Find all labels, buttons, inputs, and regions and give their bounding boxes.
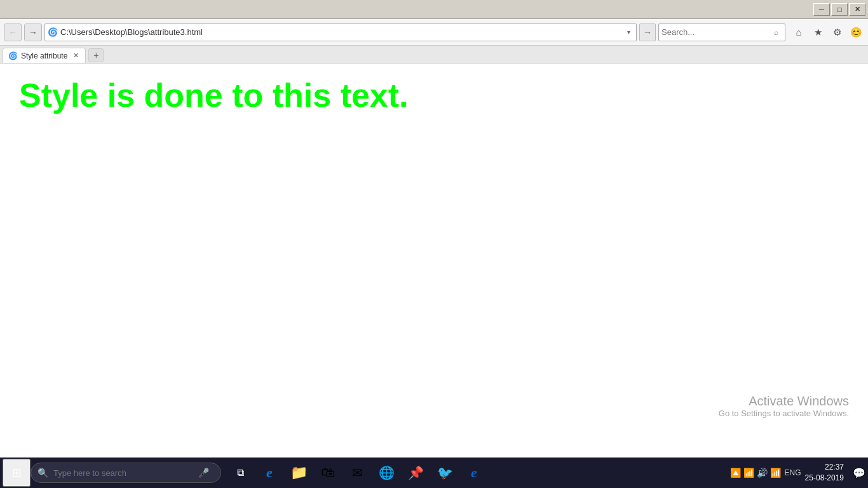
address-input[interactable] — [60, 27, 621, 37]
close-button[interactable]: ✕ — [849, 3, 865, 16]
go-button[interactable]: → — [639, 24, 656, 41]
address-favicon: 🌀 — [48, 27, 58, 37]
taskbar-mic-icon: 🎤 — [198, 468, 209, 478]
tab-close-button[interactable]: ✕ — [71, 51, 80, 60]
taskbar-apps: ⧉ e 📁 🛍 ✉ 🌐 📌 🐦 e — [226, 459, 488, 487]
emoji-button[interactable]: 😊 — [848, 24, 864, 41]
taskbar-store[interactable]: 🛍 — [314, 459, 342, 487]
taskbar-arrow-icon[interactable]: 🔼 — [730, 468, 741, 478]
activate-watermark: Activate Windows Go to Settings to activ… — [719, 394, 849, 418]
home-button[interactable]: ⌂ — [790, 24, 807, 41]
taskbar-wifi-icon[interactable]: 📶 — [770, 468, 781, 478]
address-bar: 🌀 ▾ — [44, 24, 637, 41]
start-button[interactable]: ⊞ — [3, 459, 31, 487]
search-input[interactable] — [661, 27, 770, 37]
start-icon: ⊞ — [12, 466, 22, 480]
maximize-button[interactable]: □ — [831, 3, 848, 16]
clock-time: 22:37 — [805, 462, 844, 473]
clock-date: 25-08-2019 — [805, 473, 844, 484]
notification-button[interactable]: 💬 — [853, 467, 865, 479]
taskbar-search-input[interactable] — [53, 468, 193, 478]
taskbar-lang: ENG — [785, 468, 801, 477]
taskbar: ⊞ 🔍 🎤 ⧉ e 📁 🛍 ✉ 🌐 📌 🐦 e 🔼 📶 🔊 📶 ENG 22:3… — [0, 458, 868, 488]
back-button[interactable]: ← — [4, 24, 22, 41]
taskbar-ie[interactable]: e — [460, 459, 488, 487]
title-bar-controls: ─ □ ✕ — [813, 3, 865, 16]
tab-label: Style attribute — [21, 51, 67, 60]
tab-favicon: 🌀 — [8, 51, 17, 60]
taskbar-sticky-notes[interactable]: 📌 — [402, 459, 430, 487]
title-bar: ─ □ ✕ — [0, 0, 868, 19]
taskbar-sys-icons: 🔼 📶 🔊 📶 — [730, 468, 781, 478]
active-tab[interactable]: 🌀 Style attribute ✕ — [3, 48, 86, 63]
taskbar-twitter-app[interactable]: 🐦 — [431, 459, 459, 487]
taskbar-chrome[interactable]: 🌐 — [372, 459, 400, 487]
taskbar-right: 🔼 📶 🔊 📶 ENG 22:37 25-08-2019 💬 — [730, 462, 865, 484]
taskbar-file-explorer[interactable]: 📁 — [285, 459, 313, 487]
taskbar-volume-icon[interactable]: 🔊 — [757, 468, 768, 478]
address-dropdown-icon[interactable]: ▾ — [623, 24, 634, 41]
minimize-button[interactable]: ─ — [813, 3, 830, 16]
page-heading: Style is done to this text. — [19, 76, 849, 114]
taskbar-edge[interactable]: e — [255, 459, 283, 487]
tab-bar: 🌀 Style attribute ✕ + — [0, 46, 868, 64]
new-tab-button[interactable]: + — [88, 48, 104, 62]
settings-button[interactable]: ⚙ — [829, 24, 845, 41]
activate-line1: Activate Windows — [719, 394, 849, 409]
taskbar-network-icon[interactable]: 📶 — [743, 468, 754, 478]
taskbar-search[interactable]: 🔍 🎤 — [31, 463, 221, 483]
taskbar-task-view[interactable]: ⧉ — [226, 459, 254, 487]
toolbar-icons: ⌂ ★ ⚙ 😊 — [790, 24, 864, 41]
taskbar-clock: 22:37 25-08-2019 — [805, 462, 844, 484]
forward-button[interactable]: → — [24, 24, 42, 41]
taskbar-mail[interactable]: ✉ — [343, 459, 371, 487]
taskbar-search-icon: 🔍 — [37, 468, 48, 478]
favorites-button[interactable]: ★ — [810, 24, 826, 41]
search-icon[interactable]: ⌕ — [770, 28, 782, 37]
nav-bar: ← → 🌀 ▾ → ⌕ ⌂ ★ ⚙ 😊 — [0, 19, 868, 46]
search-bar: ⌕ — [658, 24, 785, 41]
activate-line2: Go to Settings to activate Windows. — [719, 409, 849, 418]
